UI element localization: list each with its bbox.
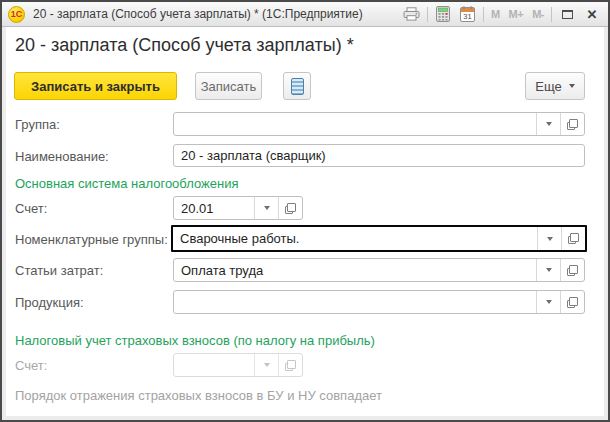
open-icon xyxy=(285,360,296,371)
open-icon xyxy=(567,297,578,308)
account-field xyxy=(173,196,303,220)
group-open-button[interactable] xyxy=(560,113,584,135)
nomenclature-groups-input[interactable] xyxy=(173,227,537,250)
account-label: Счет: xyxy=(15,201,47,216)
products-dropdown-button[interactable] xyxy=(536,291,560,313)
svg-text:31: 31 xyxy=(464,12,472,21)
tax-account-input xyxy=(174,354,254,376)
tax-account-field xyxy=(173,353,303,377)
cost-items-label: Статьи затрат: xyxy=(15,263,103,278)
products-label: Продукция: xyxy=(15,295,84,310)
insurance-note: Порядок отражения страховых взносов в БУ… xyxy=(15,388,382,403)
group-input[interactable] xyxy=(174,113,536,135)
tax-account-label: Счет: xyxy=(15,358,47,373)
chevron-down-icon xyxy=(264,363,270,367)
open-icon xyxy=(568,233,579,244)
separator xyxy=(551,7,552,22)
calculator-button[interactable] xyxy=(433,5,453,24)
memory-recall-button[interactable]: M xyxy=(489,5,502,24)
chevron-down-icon xyxy=(569,84,575,88)
separator xyxy=(427,7,428,22)
section-main-tax-system: Основная система налогообложения xyxy=(15,176,238,191)
products-open-button[interactable] xyxy=(560,291,584,313)
tax-account-dropdown-button xyxy=(254,354,278,376)
show-postings-button[interactable] xyxy=(283,72,311,100)
group-dropdown-button[interactable] xyxy=(536,113,560,135)
tax-account-open-button xyxy=(278,354,302,376)
printer-icon xyxy=(403,7,420,21)
print-button[interactable] xyxy=(402,5,422,24)
chevron-down-icon xyxy=(546,300,552,304)
page-title: 20 - зарплата (Способ учета зарплаты) * xyxy=(15,35,354,56)
close-button[interactable]: ✕ xyxy=(582,5,602,24)
close-icon: ✕ xyxy=(587,8,598,21)
1c-logo-icon: 1С xyxy=(8,6,25,23)
cost-items-input[interactable] xyxy=(174,259,536,281)
app-window: 1С 20 - зарплата (Способ учета зарплаты)… xyxy=(0,0,610,422)
name-label: Наименование: xyxy=(15,149,109,164)
separator xyxy=(483,7,484,22)
save-and-close-button[interactable]: Записать и закрыть xyxy=(14,72,177,100)
account-dropdown-button[interactable] xyxy=(254,197,278,219)
cost-items-dropdown-button[interactable] xyxy=(536,259,560,281)
calendar-icon: 31 xyxy=(460,6,475,22)
name-field xyxy=(173,144,585,167)
maximize-icon xyxy=(562,10,573,19)
window-frame xyxy=(2,416,608,420)
name-input[interactable] xyxy=(174,145,584,166)
more-button-label: Еще xyxy=(535,79,561,94)
save-button[interactable]: Записать xyxy=(195,72,262,100)
memory-plus-button[interactable]: M+ xyxy=(507,5,526,24)
chevron-down-icon xyxy=(264,206,270,210)
account-open-button[interactable] xyxy=(278,197,302,219)
calendar-button[interactable]: 31 xyxy=(458,5,478,24)
nomenclature-groups-field xyxy=(171,225,587,252)
maximize-button[interactable] xyxy=(557,5,577,24)
chevron-down-icon xyxy=(546,268,552,272)
open-icon xyxy=(567,265,578,276)
products-input[interactable] xyxy=(174,291,536,313)
nomenclature-groups-open-button[interactable] xyxy=(561,227,585,250)
titlebar-icons: 31 M M+ M- ✕ xyxy=(402,5,608,24)
chevron-down-icon xyxy=(546,122,552,126)
list-icon xyxy=(291,78,304,95)
open-icon xyxy=(567,119,578,130)
group-label: Группа: xyxy=(15,117,60,132)
account-input[interactable] xyxy=(174,197,254,219)
section-insurance-tax: Налоговый учет страховых взносов (по нал… xyxy=(15,333,375,348)
cost-items-field xyxy=(173,258,585,282)
chevron-down-icon xyxy=(547,237,553,241)
more-button[interactable]: Еще xyxy=(525,72,585,100)
window-frame xyxy=(2,27,6,420)
window-title: 20 - зарплата (Способ учета зарплаты) * … xyxy=(33,7,363,21)
calculator-icon xyxy=(436,6,450,22)
nomenclature-groups-dropdown-button[interactable] xyxy=(537,227,561,250)
titlebar: 1С 20 - зарплата (Способ учета зарплаты)… xyxy=(2,2,608,27)
cost-items-open-button[interactable] xyxy=(560,259,584,281)
group-field xyxy=(173,112,585,136)
products-field xyxy=(173,290,585,314)
open-icon xyxy=(285,203,296,214)
memory-minus-button[interactable]: M- xyxy=(530,5,546,24)
nomenclature-groups-label: Номенклатурные группы: xyxy=(15,232,168,247)
window-frame xyxy=(604,27,608,420)
